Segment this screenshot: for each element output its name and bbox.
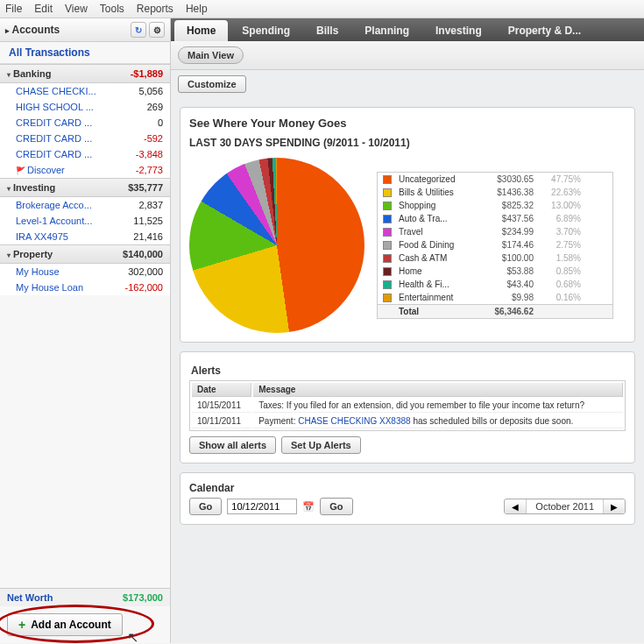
menu-file[interactable]: File xyxy=(5,3,22,15)
pie-chart xyxy=(189,158,364,333)
menu-reports[interactable]: Reports xyxy=(137,3,173,15)
legend-total: Total$6,346.62 xyxy=(378,304,612,318)
main-area: HomeSpendingBillsPlanningInvestingProper… xyxy=(171,18,644,643)
account-row[interactable]: CREDIT CARD ...-592 xyxy=(0,131,170,146)
legend-row[interactable]: Home$53.880.85% xyxy=(378,265,612,278)
calendar-panel: Calendar Go 📅 Go ◀ October 2011 ▶ xyxy=(180,472,635,525)
tab-bills[interactable]: Bills xyxy=(304,20,350,41)
account-row[interactable]: My House302,000 xyxy=(0,264,170,280)
net-worth-row: Net Worth $173,000 xyxy=(0,588,170,606)
account-row[interactable]: Brokerage Acco...2,837 xyxy=(0,197,170,213)
menu-tools[interactable]: Tools xyxy=(100,3,124,15)
sidebar-header: Accounts ↻ ⚙ xyxy=(0,18,170,42)
account-row[interactable]: CREDIT CARD ...0 xyxy=(0,115,170,131)
tab-investing[interactable]: Investing xyxy=(423,20,494,41)
networth-label: Net Worth xyxy=(7,592,53,603)
tab-planning[interactable]: Planning xyxy=(352,20,421,41)
calendar-title: Calendar xyxy=(189,482,626,494)
prev-month-button[interactable]: ◀ xyxy=(505,500,526,513)
section-banking[interactable]: ▾Banking-$1,889 xyxy=(0,64,170,83)
sidebar: Accounts ↻ ⚙ All Transactions ▾Banking-$… xyxy=(0,18,171,643)
menu-edit[interactable]: Edit xyxy=(34,3,53,15)
section-investing[interactable]: ▾Investing$35,777 xyxy=(0,178,170,197)
account-row[interactable]: IRA XX497521,416 xyxy=(0,229,170,244)
account-row[interactable]: CREDIT CARD ...-3,848 xyxy=(0,146,170,162)
calendar-icon[interactable]: 📅 xyxy=(302,501,315,513)
legend-row[interactable]: Uncategorized$3030.6547.75% xyxy=(378,173,612,186)
tab-home[interactable]: Home xyxy=(174,20,228,41)
account-row[interactable]: Discover-2,773 xyxy=(0,162,170,178)
alerts-title: Alerts xyxy=(189,361,626,380)
legend-row[interactable]: Shopping$825.3213.00% xyxy=(378,199,612,212)
alerts-col: Date xyxy=(192,383,251,397)
chart-title: LAST 30 DAYS SPENDING (9/2011 - 10/2011) xyxy=(189,137,626,149)
calendar-go-button-left[interactable]: Go xyxy=(189,498,222,515)
account-row[interactable]: Level-1 Account...11,525 xyxy=(0,213,170,229)
tab-bar: HomeSpendingBillsPlanningInvestingProper… xyxy=(171,18,644,41)
alert-row[interactable]: 10/15/2011Taxes: If you filed for an ext… xyxy=(192,399,623,413)
alerts-panel: Alerts DateMessage 10/15/2011Taxes: If y… xyxy=(180,351,635,464)
alert-row[interactable]: 10/11/2011Payment: CHASE CHECKING XX8388… xyxy=(192,414,623,428)
cursor-icon: ↖ xyxy=(127,629,138,644)
alerts-col: Message xyxy=(253,383,623,397)
calendar-go-button[interactable]: Go xyxy=(320,498,352,515)
spending-heading: See Where Your Money Goes xyxy=(189,117,626,130)
chart-legend: Uncategorized$3030.6547.75%Bills & Utili… xyxy=(377,172,613,319)
legend-row[interactable]: Cash & ATM$100.001.58% xyxy=(378,251,612,265)
add-account-button[interactable]: + Add an Account xyxy=(7,613,123,636)
alerts-table: DateMessage 10/15/2011Taxes: If you file… xyxy=(189,380,626,431)
gear-icon[interactable]: ⚙ xyxy=(149,22,165,38)
all-transactions-link[interactable]: All Transactions xyxy=(0,42,170,64)
customize-button[interactable]: Customize xyxy=(178,75,246,93)
section-property[interactable]: ▾Property$140,000 xyxy=(0,244,170,264)
legend-row[interactable]: Food & Dining$174.462.75% xyxy=(378,238,612,251)
calendar-month-label: October 2011 xyxy=(526,499,604,513)
next-month-button[interactable]: ▶ xyxy=(604,500,625,513)
legend-row[interactable]: Health & Fi...$43.400.68% xyxy=(378,278,612,291)
account-row[interactable]: HIGH SCHOOL ...269 xyxy=(0,99,170,115)
plus-icon: + xyxy=(18,618,25,632)
customize-row: Customize xyxy=(171,70,644,98)
menubar: FileEditViewToolsReportsHelp xyxy=(0,0,644,18)
menu-help[interactable]: Help xyxy=(186,3,208,15)
account-row[interactable]: CHASE CHECKI...5,056 xyxy=(0,83,170,99)
view-row: Main View xyxy=(171,41,644,70)
networth-value: $173,000 xyxy=(123,592,163,603)
refresh-icon[interactable]: ↻ xyxy=(131,22,146,38)
sidebar-title: Accounts xyxy=(5,24,60,36)
spending-panel: See Where Your Money Goes LAST 30 DAYS S… xyxy=(180,107,635,343)
legend-row[interactable]: Auto & Tra...$437.566.89% xyxy=(378,212,612,225)
menu-view[interactable]: View xyxy=(65,3,88,15)
setup-alerts-button[interactable]: Set Up Alerts xyxy=(281,436,361,454)
account-row[interactable]: My House Loan-162,000 xyxy=(0,280,170,295)
legend-row[interactable]: Entertainment$9.980.16% xyxy=(378,291,612,304)
show-all-alerts-button[interactable]: Show all alerts xyxy=(189,436,276,454)
calendar-date-input[interactable] xyxy=(227,499,297,514)
tab-spending[interactable]: Spending xyxy=(230,20,302,41)
calendar-month-nav: ◀ October 2011 ▶ xyxy=(504,499,626,514)
legend-row[interactable]: Bills & Utilities$1436.3822.63% xyxy=(378,186,612,199)
main-view-pill[interactable]: Main View xyxy=(178,46,244,64)
legend-row[interactable]: Travel$234.993.70% xyxy=(378,225,612,238)
add-account-label: Add an Account xyxy=(31,619,111,631)
tab-property-d-[interactable]: Property & D... xyxy=(496,20,593,41)
